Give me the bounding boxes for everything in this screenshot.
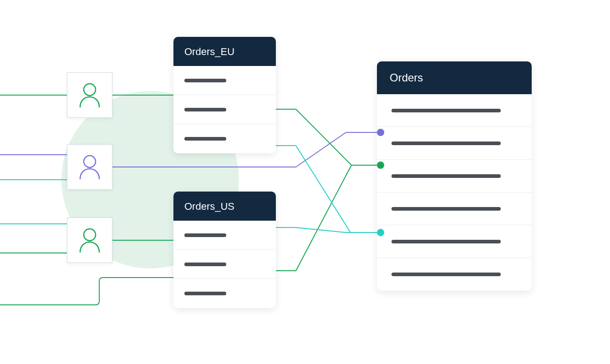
row-placeholder-bar <box>184 137 226 141</box>
table-header: Orders <box>377 61 532 94</box>
table-row <box>173 124 276 153</box>
user-card-1 <box>67 72 112 118</box>
svg-point-10 <box>84 229 96 241</box>
row-placeholder-bar <box>391 240 501 243</box>
user-icon <box>78 82 101 108</box>
svg-point-8 <box>84 84 96 96</box>
user-icon <box>78 154 101 180</box>
table-row <box>377 258 532 291</box>
connection-dot-teal <box>377 229 384 236</box>
table-orders-eu: Orders_EU <box>173 37 276 153</box>
row-placeholder-bar <box>184 292 226 295</box>
table-row <box>173 279 276 308</box>
connection-dot-purple <box>377 129 384 136</box>
table-row <box>173 66 276 95</box>
row-placeholder-bar <box>184 233 226 237</box>
table-header: Orders_US <box>173 192 276 221</box>
user-card-2 <box>67 144 112 190</box>
row-placeholder-bar <box>391 273 501 276</box>
user-icon <box>78 228 101 253</box>
row-placeholder-bar <box>184 108 226 111</box>
row-placeholder-bar <box>391 207 501 211</box>
table-orders: Orders <box>377 61 532 291</box>
table-row <box>377 192 532 225</box>
table-row <box>173 95 276 124</box>
row-placeholder-bar <box>391 109 501 112</box>
table-row <box>377 160 532 192</box>
table-header: Orders_EU <box>173 37 276 66</box>
row-placeholder-bar <box>391 142 501 145</box>
table-row <box>173 250 276 279</box>
table-row <box>173 221 276 250</box>
connection-dot-green <box>377 162 384 169</box>
table-row <box>377 225 532 258</box>
table-row <box>377 94 532 127</box>
row-placeholder-bar <box>391 174 501 178</box>
row-placeholder-bar <box>184 79 226 82</box>
row-placeholder-bar <box>184 263 226 266</box>
table-row <box>377 127 532 160</box>
user-card-3 <box>67 217 112 263</box>
table-orders-us: Orders_US <box>173 192 276 308</box>
svg-point-9 <box>84 156 96 167</box>
